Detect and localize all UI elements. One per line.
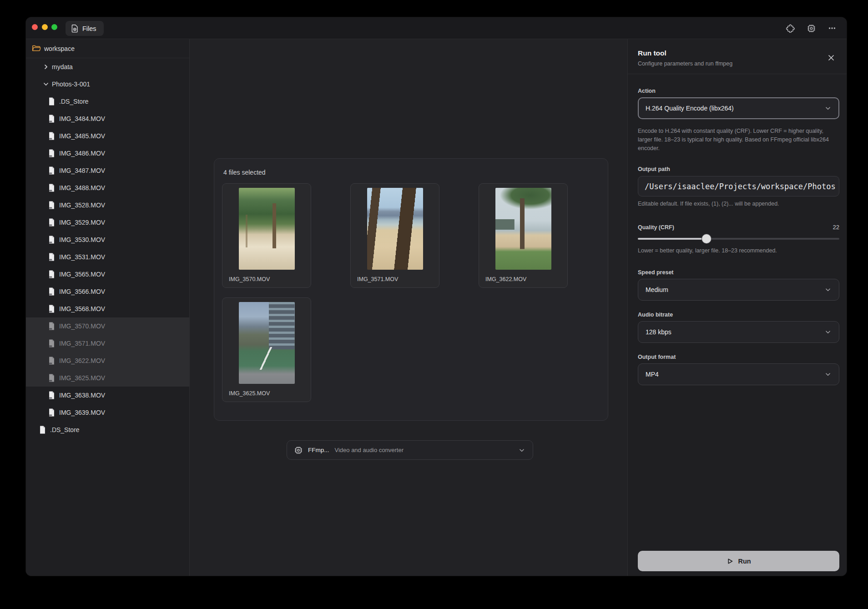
- file-icon: [48, 218, 56, 227]
- thumbnail-card[interactable]: IMG_3571.MOV: [350, 183, 439, 288]
- tree-file-row[interactable]: IMG_3530.MOV: [26, 231, 189, 248]
- close-icon[interactable]: [828, 54, 835, 61]
- tree-item-label: IMG_3566.MOV: [59, 288, 105, 295]
- tree-item-label: IMG_3529.MOV: [59, 219, 105, 226]
- main-content: 4 files selected IMG_3570.MOVIMG_3571.MO…: [190, 39, 627, 576]
- file-tab-icon: [71, 24, 79, 33]
- tree-file-row[interactable]: IMG_3565.MOV: [26, 266, 189, 283]
- slider-fill: [638, 238, 707, 240]
- speed-preset-label: Speed preset: [638, 269, 839, 276]
- tree-file-row[interactable]: IMG_3487.MOV: [26, 162, 189, 179]
- thumbnail-filename: IMG_3570.MOV: [229, 276, 270, 282]
- tree-file-row[interactable]: IMG_3531.MOV: [26, 248, 189, 266]
- ellipsis-icon[interactable]: [828, 24, 837, 33]
- minimize-window-button[interactable]: [42, 24, 48, 30]
- file-icon: [48, 252, 56, 262]
- tab-files[interactable]: Files: [66, 21, 104, 36]
- tree-item-label: IMG_3487.MOV: [59, 167, 105, 174]
- tool-select[interactable]: FFmp... Video and audio converter: [287, 440, 533, 460]
- output-format-select[interactable]: MP4: [638, 363, 839, 385]
- speed-preset-select[interactable]: Medium: [638, 279, 839, 301]
- file-icon: [48, 97, 56, 106]
- chevron-down-icon[interactable]: [42, 81, 50, 88]
- video-thumbnail-tennis-court: [239, 302, 295, 384]
- tree-item-label: IMG_3622.MOV: [59, 357, 105, 364]
- panel-divider: [628, 74, 847, 74]
- open-folder-icon: [32, 45, 41, 52]
- tree-file-row[interactable]: IMG_3571.MOV: [26, 335, 189, 352]
- app-body: workspace mydataPhotos-3-001.DS_StoreIMG…: [26, 39, 847, 576]
- tree-item-label: mydata: [52, 63, 73, 70]
- tree-file-row[interactable]: IMG_3638.MOV: [26, 387, 189, 404]
- tree-item-label: IMG_3531.MOV: [59, 253, 105, 261]
- chip-icon: [294, 446, 303, 454]
- audio-bitrate-value: 128 kbps: [646, 328, 824, 336]
- file-icon: [48, 356, 56, 365]
- slider-thumb[interactable]: [702, 234, 711, 243]
- tool-description: Video and audio converter: [335, 447, 404, 453]
- tree-item-label: IMG_3571.MOV: [59, 340, 105, 347]
- tree-file-row[interactable]: IMG_3566.MOV: [26, 283, 189, 300]
- tree-file-row[interactable]: IMG_3484.MOV: [26, 110, 189, 127]
- tree-file-row[interactable]: IMG_3568.MOV: [26, 300, 189, 317]
- file-icon: [48, 166, 56, 175]
- chevron-down-icon: [824, 286, 832, 293]
- panel-subtitle: Configure parameters and run ffmpeg: [638, 60, 839, 67]
- tree-file-row[interactable]: IMG_3485.MOV: [26, 127, 189, 145]
- thumbnail-card[interactable]: IMG_3622.MOV: [479, 183, 568, 288]
- audio-bitrate-select[interactable]: 128 kbps: [638, 321, 839, 343]
- thumbnail-card[interactable]: IMG_3625.MOV: [222, 297, 311, 402]
- tree-item-label: IMG_3485.MOV: [59, 132, 105, 140]
- file-icon: [48, 114, 56, 123]
- tree-item-label: IMG_3639.MOV: [59, 409, 105, 416]
- file-icon: [48, 235, 56, 244]
- tree-file-row[interactable]: IMG_3622.MOV: [26, 352, 189, 369]
- sidebar: workspace mydataPhotos-3-001.DS_StoreIMG…: [26, 39, 190, 576]
- tool-name: FFmp...: [308, 447, 329, 453]
- tree-item-label: IMG_3488.MOV: [59, 184, 105, 191]
- tree-file-row[interactable]: IMG_3528.MOV: [26, 196, 189, 214]
- thumbnail-filename: IMG_3622.MOV: [485, 276, 526, 282]
- titlebar: Files: [26, 17, 847, 39]
- workspace-root-label: workspace: [44, 45, 75, 52]
- tree-item-label: IMG_3570.MOV: [59, 322, 105, 330]
- tree-file-row[interactable]: IMG_3529.MOV: [26, 214, 189, 231]
- quality-slider[interactable]: [638, 234, 839, 243]
- workspace-root[interactable]: workspace: [26, 39, 189, 58]
- tree-folder-row[interactable]: Photos-3-001: [26, 75, 189, 93]
- thumbnail-card[interactable]: IMG_3570.MOV: [222, 183, 311, 288]
- zoom-window-button[interactable]: [51, 24, 57, 30]
- run-button[interactable]: Run: [638, 551, 839, 571]
- tree-file-row[interactable]: IMG_3486.MOV: [26, 145, 189, 162]
- chip-icon[interactable]: [807, 24, 816, 33]
- quality-label: Quality (CRF): [638, 224, 674, 231]
- action-select[interactable]: H.264 Quality Encode (libx264): [638, 97, 839, 119]
- chevron-right-icon[interactable]: [42, 63, 50, 70]
- tree-item-label: Photos-3-001: [52, 81, 90, 88]
- tree-file-row[interactable]: IMG_3488.MOV: [26, 179, 189, 196]
- selection-summary: 4 files selected: [223, 169, 266, 176]
- file-icon: [48, 391, 56, 400]
- output-path-label: Output path: [638, 166, 839, 172]
- tree-file-row[interactable]: IMG_3570.MOV: [26, 317, 189, 335]
- audio-bitrate-label: Audio bitrate: [638, 312, 839, 318]
- output-path-input[interactable]: /Users/isaaclee/Projects/workspace/Photo…: [638, 176, 839, 196]
- tree-file-row[interactable]: IMG_3639.MOV: [26, 404, 189, 421]
- quality-value: 22: [833, 224, 839, 231]
- chevron-down-icon: [824, 328, 832, 336]
- tree-file-row[interactable]: .DS_Store: [26, 421, 189, 438]
- run-button-label: Run: [738, 558, 751, 565]
- puzzle-icon[interactable]: [786, 24, 795, 33]
- tree-file-row[interactable]: IMG_3625.MOV: [26, 369, 189, 387]
- window-controls: [32, 24, 57, 30]
- thumbnail-filename: IMG_3571.MOV: [357, 276, 398, 282]
- file-icon: [48, 304, 56, 313]
- file-icon: [48, 287, 56, 296]
- close-window-button[interactable]: [32, 24, 38, 30]
- video-thumbnail-palm-promenade: [239, 188, 295, 270]
- tree-folder-row[interactable]: mydata: [26, 58, 189, 75]
- tree-item-label: IMG_3484.MOV: [59, 115, 105, 122]
- chevron-down-icon: [824, 371, 832, 378]
- tree-file-row[interactable]: .DS_Store: [26, 93, 189, 110]
- run-tool-panel: Run tool Configure parameters and run ff…: [627, 39, 847, 576]
